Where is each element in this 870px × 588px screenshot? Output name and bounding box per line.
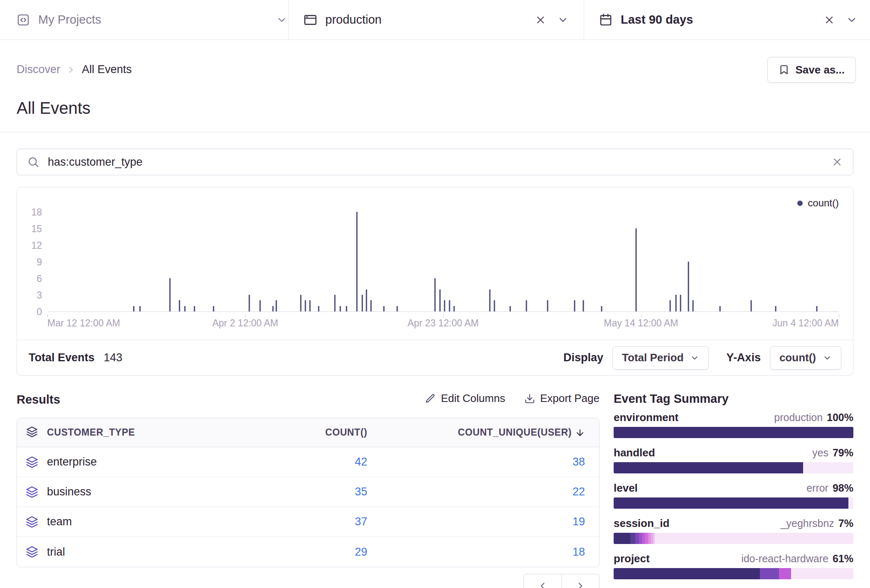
- edit-columns-button[interactable]: Edit Columns: [425, 392, 505, 405]
- layers-icon: [26, 516, 38, 528]
- edit-columns-label: Edit Columns: [441, 392, 505, 405]
- column-header-count-unique-user[interactable]: COUNT_UNIQUE(USER): [458, 427, 585, 438]
- chart-bar[interactable]: [670, 300, 671, 311]
- clear-search-icon[interactable]: [831, 156, 843, 168]
- chart-bar[interactable]: [356, 212, 357, 311]
- chart-bar[interactable]: [383, 306, 384, 311]
- cell-count[interactable]: 29: [355, 546, 367, 559]
- chart-bar[interactable]: [133, 306, 134, 311]
- tag-distribution-bar[interactable]: [614, 462, 853, 473]
- x-axis-tick-label: Mar 12 12:00 AM: [47, 318, 120, 329]
- chart-bar[interactable]: [444, 300, 445, 311]
- tag-distribution-bar[interactable]: [614, 568, 853, 579]
- chart-bar[interactable]: [318, 306, 319, 311]
- column-header-customer-type[interactable]: CUSTOMER_TYPE: [47, 427, 180, 438]
- chart-legend[interactable]: count(): [797, 197, 839, 209]
- chart-bar[interactable]: [750, 300, 752, 311]
- x-axis-tick-label: Apr 23 12:00 AM: [408, 318, 479, 329]
- date-range-label: Last 90 days: [621, 13, 693, 27]
- clear-date-range-icon[interactable]: [823, 14, 835, 26]
- tag-distribution-bar[interactable]: [614, 533, 853, 544]
- cell-count-unique-user[interactable]: 18: [573, 546, 585, 559]
- chart-bar[interactable]: [775, 306, 776, 311]
- cell-count[interactable]: 37: [355, 515, 367, 528]
- search-input[interactable]: [47, 155, 831, 169]
- chart-bar[interactable]: [260, 300, 261, 311]
- chart-bar[interactable]: [371, 300, 372, 311]
- chart-bar[interactable]: [636, 228, 637, 311]
- chart-bar[interactable]: [601, 306, 602, 311]
- chart-bar[interactable]: [339, 306, 341, 311]
- chart-bar[interactable]: [139, 306, 140, 311]
- chart-bar[interactable]: [680, 295, 681, 311]
- chart-bar[interactable]: [693, 300, 694, 311]
- cell-count[interactable]: 35: [355, 485, 367, 498]
- chart-bar[interactable]: [510, 306, 511, 311]
- chart-bar[interactable]: [179, 300, 180, 311]
- chart-bar[interactable]: [816, 306, 817, 311]
- next-page-button[interactable]: [561, 574, 600, 588]
- search-icon: [27, 156, 39, 168]
- cell-count-unique-user[interactable]: 38: [573, 456, 585, 468]
- chart-bar[interactable]: [362, 295, 363, 311]
- display-select[interactable]: Total Period: [612, 346, 709, 370]
- table-row[interactable]: business3522: [17, 477, 599, 507]
- chart-bar[interactable]: [310, 300, 311, 311]
- chart-bar[interactable]: [449, 300, 450, 311]
- tag-distribution-bar[interactable]: [614, 427, 853, 438]
- chart-bar[interactable]: [300, 295, 301, 311]
- tag-name: project: [614, 552, 650, 565]
- chart-bar[interactable]: [334, 295, 335, 311]
- chart-bar[interactable]: [582, 300, 584, 311]
- chart-bar[interactable]: [547, 300, 548, 311]
- date-range-selector[interactable]: Last 90 days: [584, 0, 870, 39]
- environment-selector[interactable]: production: [289, 0, 584, 39]
- chart-plot: [47, 212, 839, 312]
- cell-customer-type: enterprise: [47, 456, 180, 468]
- chart-bar[interactable]: [272, 306, 273, 311]
- tag-percent: 61%: [833, 553, 853, 564]
- tag-top-value: ido-react-hardware61%: [741, 553, 853, 565]
- chart-bar[interactable]: [494, 300, 495, 311]
- chart-bar[interactable]: [675, 295, 676, 311]
- results-table-body: enterprise4238business3522team3719trial2…: [17, 447, 599, 567]
- cell-customer-type: trial: [47, 546, 180, 559]
- chart-bar[interactable]: [489, 289, 490, 311]
- previous-page-button[interactable]: [523, 574, 562, 588]
- table-row[interactable]: team3719: [17, 507, 599, 537]
- chart-bar[interactable]: [454, 306, 455, 311]
- export-page-label: Export Page: [540, 392, 600, 405]
- column-header-count[interactable]: COUNT(): [325, 427, 367, 438]
- breadcrumb-discover[interactable]: Discover: [17, 63, 60, 76]
- chart-bar[interactable]: [194, 306, 195, 311]
- chart-bar[interactable]: [346, 306, 347, 311]
- cell-count[interactable]: 42: [355, 456, 367, 468]
- tag-bar-segment: [614, 533, 630, 544]
- y-axis-select[interactable]: count(): [770, 346, 841, 370]
- save-as-button[interactable]: Save as...: [767, 57, 856, 83]
- chart-bar[interactable]: [184, 306, 186, 311]
- cell-count-unique-user[interactable]: 22: [573, 485, 585, 498]
- export-page-button[interactable]: Export Page: [524, 392, 600, 405]
- clear-environment-icon[interactable]: [535, 14, 546, 26]
- table-row[interactable]: enterprise4238: [17, 447, 599, 477]
- cell-count-unique-user[interactable]: 19: [573, 515, 585, 528]
- chart-bar[interactable]: [574, 300, 575, 311]
- tag-distribution-bar[interactable]: [614, 497, 853, 509]
- project-selector[interactable]: My Projects: [0, 0, 288, 39]
- table-row[interactable]: trial2918: [17, 537, 599, 567]
- chart-bar[interactable]: [688, 262, 689, 311]
- chart-bar[interactable]: [275, 300, 277, 311]
- chart-bar[interactable]: [170, 278, 171, 311]
- chart-bar[interactable]: [526, 300, 527, 311]
- tag-bar-segment: [848, 497, 853, 509]
- chart-bar[interactable]: [305, 300, 306, 311]
- chart-bar[interactable]: [720, 306, 721, 311]
- chart-bar[interactable]: [366, 289, 367, 311]
- x-axis-tick-label: Jun 4 12:00 AM: [772, 318, 839, 329]
- chart-bar[interactable]: [397, 306, 398, 311]
- chart-bar[interactable]: [439, 289, 440, 311]
- chart-bar[interactable]: [213, 306, 214, 311]
- chart-bar[interactable]: [435, 278, 436, 311]
- chart-bar[interactable]: [248, 295, 250, 311]
